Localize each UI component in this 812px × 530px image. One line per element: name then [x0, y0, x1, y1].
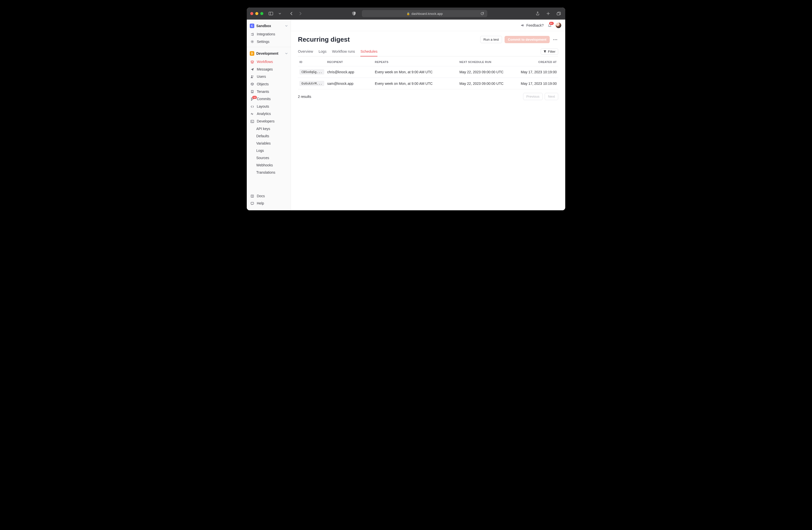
svg-point-5	[252, 75, 253, 76]
prev-page-button[interactable]: Previous	[523, 93, 543, 100]
tabs: Overview Logs Workflow runs Schedules Fi…	[298, 47, 558, 56]
sidebar-item-developers[interactable]: Developers	[247, 118, 291, 125]
building-icon	[250, 90, 254, 93]
svg-point-8	[251, 100, 252, 100]
sidebar-item-users[interactable]: Users	[247, 73, 291, 81]
col-created: CREATED AT	[511, 57, 558, 66]
shield-icon[interactable]	[351, 11, 357, 16]
label: Layouts	[257, 104, 269, 109]
notifications-button[interactable]: 9+	[548, 23, 552, 27]
table-row[interactable]: Os6skXrM... sam@knock.app Every week on …	[298, 78, 558, 89]
next-run: May 22, 2023 09:00:00 UTC	[458, 78, 511, 89]
label: Tenants	[257, 89, 269, 94]
svg-point-3	[252, 41, 253, 42]
svg-rect-0	[269, 12, 273, 15]
tab-overview[interactable]: Overview	[298, 47, 313, 56]
svg-point-4	[251, 75, 252, 76]
sidebar-item-commits[interactable]: 10 Commits	[247, 95, 291, 103]
maximize-window-button[interactable]	[260, 12, 263, 15]
forward-button[interactable]	[298, 11, 303, 16]
label: Docs	[257, 194, 265, 199]
refresh-icon[interactable]	[479, 11, 485, 16]
sidebar: C Sandbox Integrations Settin	[247, 19, 291, 210]
sidebar-item-layouts[interactable]: Layouts	[247, 103, 291, 110]
label: Analytics	[257, 111, 271, 116]
col-next: NEXT SCHEDULE RUN	[458, 57, 511, 66]
code-icon	[250, 105, 254, 108]
sidebar-toggle-icon[interactable]	[268, 11, 274, 16]
avatar[interactable]	[556, 23, 561, 28]
sidebar-item-workflows[interactable]: Workflows	[247, 58, 291, 66]
sidebar-subitem-webhooks[interactable]: Webhooks	[247, 162, 291, 169]
address-bar[interactable]: 🔒 dashboard.knock.app	[362, 10, 487, 17]
sidebar-item-objects[interactable]: Objects	[247, 81, 291, 88]
col-repeats: REPEATS	[373, 57, 458, 66]
more-menu-icon[interactable]	[552, 38, 558, 41]
funnel-icon	[543, 50, 547, 53]
cube-icon	[250, 83, 254, 86]
sidebar-item-tenants[interactable]: Tenants	[247, 88, 291, 96]
sidebar-item-settings[interactable]: Settings	[247, 38, 291, 46]
lock-icon: 🔒	[406, 12, 410, 15]
run-test-button[interactable]: Run a test	[480, 36, 502, 43]
label: Workflows	[257, 59, 273, 65]
sidebar-subitem-api-keys[interactable]: API keys	[247, 125, 291, 132]
workspace-switcher[interactable]: C Sandbox	[247, 21, 291, 31]
terminal-icon	[250, 120, 254, 123]
sidebar-subitem-variables[interactable]: Variables	[247, 140, 291, 147]
sidebar-subitem-logs[interactable]: Logs	[247, 147, 291, 154]
workspace-name: Sandbox	[256, 24, 271, 28]
environment-switcher[interactable]: D Development	[247, 49, 291, 58]
chevron-down-icon	[285, 53, 288, 54]
chat-icon	[250, 202, 254, 205]
created-at: May 17, 2023 10:19:00	[511, 78, 558, 89]
chevron-down-icon[interactable]	[277, 11, 283, 16]
label: Help	[257, 201, 264, 206]
sidebar-item-messages[interactable]: Messages	[247, 66, 291, 73]
tab-logs[interactable]: Logs	[318, 47, 326, 56]
content: Recurring digest Run a test Commit to de…	[291, 31, 565, 104]
back-button[interactable]	[288, 11, 294, 16]
sidebar-item-analytics[interactable]: Analytics	[247, 110, 291, 118]
browser-window: 🔒 dashboard.knock.app C Sandbo	[247, 8, 565, 210]
browser-chrome: 🔒 dashboard.knock.app	[247, 8, 565, 19]
sidebar-item-docs[interactable]: Docs	[247, 193, 291, 200]
users-icon	[250, 75, 254, 79]
minimize-window-button[interactable]	[255, 12, 258, 15]
branch-icon: 10	[250, 97, 254, 101]
filter-button[interactable]: Filter	[541, 48, 558, 55]
commit-button[interactable]: Commit to development	[505, 36, 550, 43]
label: Commits	[257, 97, 271, 102]
env-badge: D	[250, 51, 254, 56]
svg-point-14	[556, 39, 557, 40]
sidebar-subitem-sources[interactable]: Sources	[247, 154, 291, 162]
tab-schedules[interactable]: Schedules	[360, 47, 377, 56]
share-icon[interactable]	[535, 11, 541, 16]
integrations-icon	[250, 33, 254, 36]
workspace-badge: C	[250, 24, 254, 28]
svg-rect-10	[251, 120, 254, 123]
repeats: Every week on Mon, at 9:00 AM UTC	[373, 78, 458, 89]
close-window-button[interactable]	[250, 12, 253, 15]
table-row[interactable]: CB5odqGg... chris@knock.app Every week o…	[298, 66, 558, 78]
main: Feedback? 9+ Recurring digest Run a test…	[291, 19, 565, 210]
app: C Sandbox Integrations Settin	[247, 19, 565, 210]
new-tab-icon[interactable]	[545, 11, 551, 16]
tab-workflow-runs[interactable]: Workflow runs	[332, 47, 355, 56]
label: Developers	[257, 119, 275, 124]
sidebar-item-integrations[interactable]: Integrations	[247, 31, 291, 38]
schedule-id: CB5odqGg...	[300, 69, 324, 74]
feedback-label: Feedback?	[526, 23, 544, 27]
schedules-table: ID RECIPIENT REPEATS NEXT SCHEDULE RUN C…	[298, 57, 558, 89]
feedback-button[interactable]: Feedback?	[521, 23, 544, 27]
next-page-button[interactable]: Next	[545, 93, 558, 100]
sidebar-subitem-translations[interactable]: Translations	[247, 169, 291, 176]
gear-icon	[250, 40, 254, 43]
svg-rect-11	[251, 202, 254, 204]
svg-point-12	[553, 39, 554, 40]
result-count: 2 results	[298, 95, 311, 99]
book-icon	[250, 195, 254, 198]
sidebar-subitem-defaults[interactable]: Defaults	[247, 132, 291, 140]
tabs-icon[interactable]	[556, 11, 562, 16]
sidebar-item-help[interactable]: Help	[247, 200, 291, 207]
